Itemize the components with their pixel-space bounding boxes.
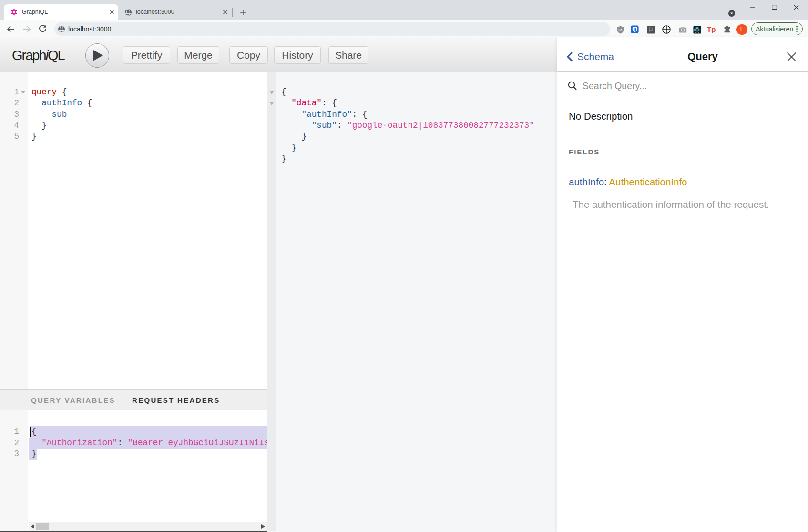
svg-text:uo: uo xyxy=(618,28,622,31)
